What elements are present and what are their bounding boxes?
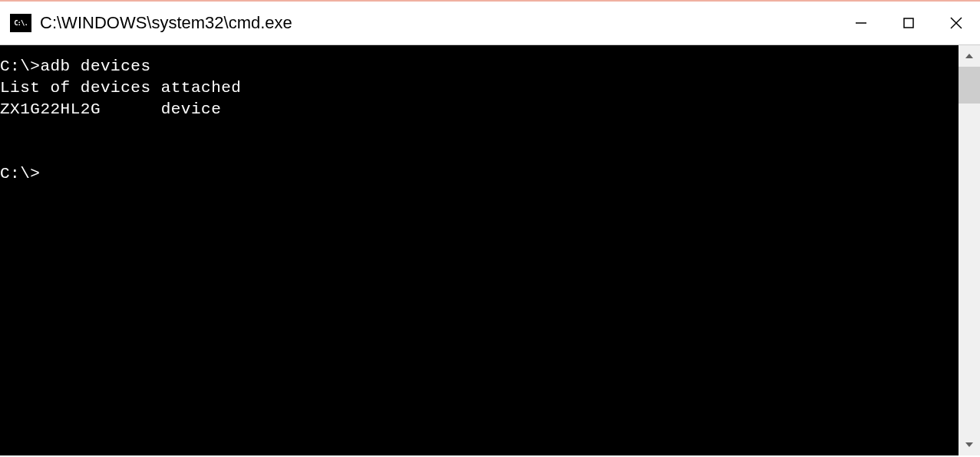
minimize-button[interactable]: [837, 2, 885, 44]
svg-rect-1: [904, 18, 913, 28]
cmd-app-icon: C:\.: [9, 13, 32, 33]
close-icon: [949, 15, 964, 31]
terminal-output[interactable]: C:\>adb devices List of devices attached…: [0, 45, 959, 455]
terminal-area: C:\>adb devices List of devices attached…: [0, 44, 980, 455]
window-title: C:\WINDOWS\system32\cmd.exe: [40, 13, 837, 33]
scroll-down-button[interactable]: [959, 434, 980, 455]
svg-marker-5: [965, 442, 973, 447]
minimize-icon: [854, 16, 868, 30]
maximize-icon: [902, 16, 916, 30]
svg-marker-4: [965, 54, 973, 58]
close-button[interactable]: [932, 2, 980, 44]
chevron-up-icon: [965, 51, 974, 61]
scroll-up-button[interactable]: [959, 45, 980, 67]
cmd-icon-label: C:\.: [14, 19, 28, 27]
chevron-down-icon: [965, 440, 974, 449]
maximize-button[interactable]: [885, 2, 932, 44]
vertical-scrollbar[interactable]: [959, 45, 980, 455]
titlebar: C:\. C:\WINDOWS\system32\cmd.exe: [0, 0, 980, 44]
window-controls: [837, 2, 980, 44]
scroll-thumb[interactable]: [959, 67, 980, 104]
scroll-track[interactable]: [959, 67, 980, 434]
